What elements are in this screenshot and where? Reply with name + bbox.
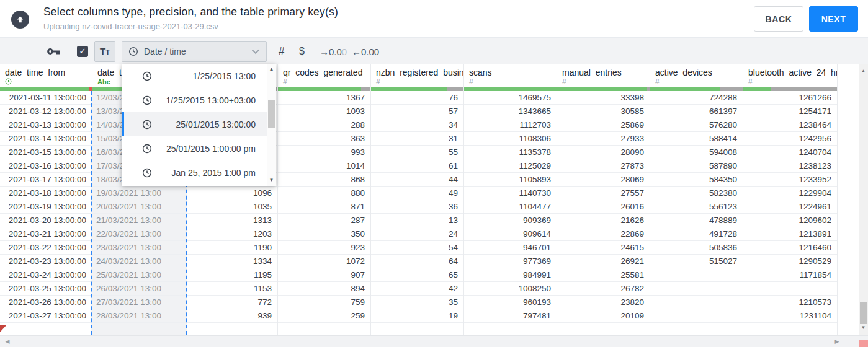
table-cell[interactable]: 584350	[650, 173, 743, 187]
table-cell[interactable]: 1367	[278, 91, 370, 105]
table-cell[interactable]: 350	[278, 227, 370, 241]
table-cell[interactable]: 35	[371, 296, 463, 309]
table-cell[interactable]: 724288	[650, 91, 743, 105]
table-cell[interactable]: 1469575	[464, 91, 557, 105]
primary-key-icon[interactable]	[47, 46, 62, 56]
table-cell[interactable]: 1096	[186, 187, 277, 200]
table-cell[interactable]: 55	[371, 146, 463, 159]
table-cell[interactable]: 20/03/2021 13:00	[92, 200, 186, 214]
table-cell[interactable]: 288	[278, 118, 370, 132]
table-cell[interactable]: 871	[278, 200, 370, 214]
table-cell[interactable]: 977369	[464, 255, 557, 268]
table-cell[interactable]	[650, 309, 743, 323]
scroll-right-icon[interactable]: ▶	[832, 336, 842, 347]
table-cell[interactable]: 1238123	[743, 159, 837, 173]
table-cell[interactable]: 923	[278, 241, 370, 255]
table-cell[interactable]: 23/03/2021 13:00	[92, 241, 186, 255]
table-cell[interactable]: 515027	[650, 255, 743, 268]
table-cell[interactable]: 27557	[557, 187, 650, 200]
table-cell[interactable]: 26016	[557, 200, 650, 214]
column-header[interactable]: qr_codes_generated#	[278, 64, 370, 91]
table-cell[interactable]: 20109	[557, 309, 650, 323]
table-cell[interactable]: 54	[371, 241, 463, 255]
table-cell[interactable]: 984991	[464, 268, 557, 282]
table-cell[interactable]: 491728	[650, 227, 743, 241]
table-cell[interactable]: 27/03/2021 13:00	[92, 296, 186, 309]
table-cell[interactable]: 2021-03-27 13:00:00	[0, 309, 92, 323]
table-cell[interactable]: 1229904	[743, 187, 837, 200]
table-cell[interactable]: 2021-03-12 13:00:00	[0, 105, 92, 118]
table-cell[interactable]	[743, 282, 837, 296]
table-cell[interactable]: 556123	[650, 200, 743, 214]
table-cell[interactable]: 24/03/2021 13:00	[92, 255, 186, 268]
table-cell[interactable]: 1125029	[464, 159, 557, 173]
table-cell[interactable]: 2021-03-25 13:00:00	[0, 282, 92, 296]
table-cell[interactable]: 1233952	[743, 173, 837, 187]
table-cell[interactable]: 13	[371, 214, 463, 227]
table-cell[interactable]: 1238464	[743, 118, 837, 132]
table-cell[interactable]: 2021-03-17 13:00:00	[0, 173, 92, 187]
table-cell[interactable]: 587890	[650, 159, 743, 173]
table-cell[interactable]: 19	[371, 309, 463, 323]
column-header[interactable]: active_devices#	[650, 64, 743, 91]
table-cell[interactable]: 2021-03-26 13:00:00	[0, 296, 92, 309]
table-cell[interactable]: 28/03/2021 13:00	[92, 309, 186, 323]
column-header[interactable]: manual_entries#	[557, 64, 650, 91]
table-cell[interactable]: 576280	[650, 118, 743, 132]
table-cell[interactable]: 26/03/2021 13:00	[92, 282, 186, 296]
table-cell[interactable]: 25/03/2021 13:00	[92, 268, 186, 282]
dropdown-option[interactable]: 25/01/2015 1:00:00 pm	[122, 136, 276, 160]
table-cell[interactable]: 1242956	[743, 132, 837, 146]
table-cell[interactable]: 27873	[557, 159, 650, 173]
table-cell[interactable]: 909369	[464, 214, 557, 227]
table-cell[interactable]: 772	[186, 296, 277, 309]
horizontal-scrollbar[interactable]: ◀ ▶	[0, 335, 868, 347]
table-cell[interactable]: 1254171	[743, 105, 837, 118]
table-cell[interactable]: 1203	[186, 227, 277, 241]
table-cell[interactable]: 1190	[186, 241, 277, 255]
vertical-scrollbar[interactable]: ▲ ▼	[859, 64, 868, 335]
table-cell[interactable]	[650, 268, 743, 282]
table-cell[interactable]: 2021-03-21 13:00:00	[0, 227, 92, 241]
table-cell[interactable]: 909614	[464, 227, 557, 241]
table-cell[interactable]: 1290529	[743, 255, 837, 268]
table-cell[interactable]: 2021-03-20 13:00:00	[0, 214, 92, 227]
back-button[interactable]: BACK	[754, 6, 803, 32]
boolean-type-checkbox[interactable]: ✓	[77, 46, 88, 57]
table-cell[interactable]: 1224961	[743, 200, 837, 214]
table-cell[interactable]: 759	[278, 296, 370, 309]
table-cell[interactable]: 1231104	[743, 309, 837, 323]
table-cell[interactable]: 880	[278, 187, 370, 200]
table-cell[interactable]: 19/03/2021 13:00	[92, 187, 186, 200]
table-cell[interactable]: 588414	[650, 132, 743, 146]
table-cell[interactable]: 946701	[464, 241, 557, 255]
table-cell[interactable]: 478889	[650, 214, 743, 227]
table-cell[interactable]: 25869	[557, 118, 650, 132]
table-cell[interactable]: 28090	[557, 146, 650, 159]
table-cell[interactable]: 259	[278, 309, 370, 323]
table-cell[interactable]: 2021-03-23 13:00:00	[0, 255, 92, 268]
table-cell[interactable]: 1014	[278, 159, 370, 173]
table-cell[interactable]: 1343665	[464, 105, 557, 118]
table-cell[interactable]: 2021-03-13 13:00:00	[0, 118, 92, 132]
vertical-scrollbar-thumb[interactable]	[860, 302, 867, 324]
table-cell[interactable]: 1035	[186, 200, 277, 214]
table-cell[interactable]: 594008	[650, 146, 743, 159]
decrease-decimal-button[interactable]: ←0.00	[352, 38, 379, 64]
table-cell[interactable]: 1216460	[743, 241, 837, 255]
table-cell[interactable]: 1140730	[464, 187, 557, 200]
column-header[interactable]: bluetooth_active_24_hr_#	[743, 64, 837, 91]
number-type-button[interactable]: #	[279, 38, 284, 64]
scroll-left-icon[interactable]: ◀	[2, 336, 12, 347]
table-cell[interactable]: 21626	[557, 214, 650, 227]
table-cell[interactable]: 44	[371, 173, 463, 187]
table-cell[interactable]: 24615	[557, 241, 650, 255]
dropdown-option[interactable]: Jan 25, 2015 1:00 pm	[122, 160, 276, 185]
table-cell[interactable]: 1261266	[743, 91, 837, 105]
table-cell[interactable]: 1313	[186, 214, 277, 227]
table-cell[interactable]: 26782	[557, 282, 650, 296]
table-cell[interactable]: 1153	[186, 282, 277, 296]
increase-decimal-button[interactable]: →0.00	[320, 38, 347, 64]
table-cell[interactable]: 797481	[464, 309, 557, 323]
table-cell[interactable]: 42	[371, 282, 463, 296]
